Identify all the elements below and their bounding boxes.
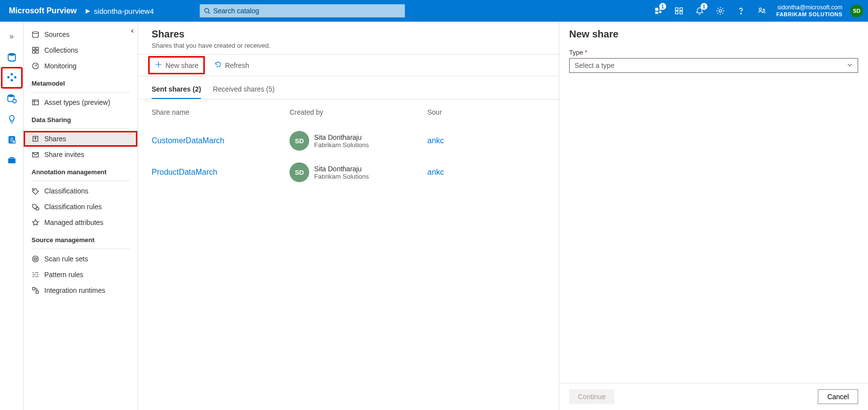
bell-icon[interactable]: 1 [690, 0, 709, 22]
col-created-by[interactable]: Created by [289, 108, 427, 116]
table-row: CustomerDataMarch SD Sita Dontharaju Fab… [152, 125, 545, 157]
brand-name[interactable]: Microsoft Purview [0, 6, 82, 15]
svg-rect-15 [8, 158, 15, 163]
collapse-sidebar-icon[interactable]: ‹‹ [131, 27, 132, 34]
cancel-button[interactable]: Cancel [818, 389, 858, 404]
sidebar-item-managed-attributes[interactable]: Managed attributes [24, 215, 137, 230]
creator-name: Sita Dontharaju [314, 133, 369, 141]
help-icon[interactable] [731, 0, 751, 22]
svg-rect-2 [675, 8, 678, 10]
left-rail: » [0, 22, 24, 410]
rail-policy-icon[interactable] [2, 130, 22, 150]
sidebar-label: Integration runtimes [44, 286, 105, 294]
shares-icon [32, 135, 39, 143]
avatar[interactable]: SD [850, 4, 863, 17]
filter-icon[interactable] [669, 0, 689, 22]
source-link[interactable]: ankc [427, 168, 444, 176]
select-placeholder: Select a type [575, 62, 614, 69]
creator-avatar: SD [289, 131, 309, 151]
svg-point-9 [763, 9, 765, 11]
header-icon-bar: 1 1 [648, 0, 773, 22]
col-share-name[interactable]: Share name [152, 108, 289, 116]
svg-point-29 [35, 259, 36, 259]
user-org: FABRIKAM SOLUTIONS [776, 11, 842, 18]
sidebar: ‹‹ Sources Collections Monitoring Metamo… [24, 22, 138, 410]
panel-title: New share [569, 29, 858, 40]
monitoring-icon [32, 62, 39, 70]
svg-rect-18 [36, 47, 38, 50]
sidebar-label: Pattern rules [44, 271, 83, 279]
svg-point-6 [719, 9, 721, 12]
sidebar-label: Share invites [44, 151, 84, 158]
scan-rule-sets-icon [32, 255, 39, 263]
sidebar-item-sources[interactable]: Sources [24, 27, 137, 42]
source-link[interactable]: ankc [427, 136, 444, 145]
bell-badge: 1 [701, 3, 707, 10]
rail-insights-icon[interactable] [2, 109, 22, 129]
chevron-down-icon [847, 62, 853, 69]
managed-attributes-icon [32, 219, 39, 226]
share-name-link[interactable]: CustomerDataMarch [152, 136, 225, 145]
sidebar-item-asset-types[interactable]: Asset types (preview) [24, 95, 137, 110]
sidebar-item-pattern-rules[interactable]: Pattern rules [24, 267, 137, 283]
user-block[interactable]: sidontha@microsoft.com FABRIKAM SOLUTION… [773, 4, 845, 18]
svg-rect-19 [32, 51, 35, 53]
creator-org: Fabrikam Solutions [314, 141, 369, 149]
pattern-rules-icon [32, 271, 39, 279]
gear-icon[interactable] [710, 0, 730, 22]
page-subtitle: Shares that you have created or received… [152, 42, 545, 49]
breadcrumb-account[interactable]: sidontha-purview4 [94, 7, 154, 15]
rail-data-catalog-icon[interactable] [2, 47, 22, 67]
creator-avatar: SD [289, 162, 309, 182]
svg-rect-17 [32, 47, 35, 50]
refresh-button[interactable]: Refresh [209, 58, 254, 73]
col-source[interactable]: Sour [427, 108, 545, 116]
new-share-label: New share [165, 62, 198, 69]
search-icon [204, 7, 210, 14]
type-select[interactable]: Select a type [569, 58, 858, 73]
refresh-icon [214, 61, 222, 70]
sidebar-item-classifications[interactable]: Classifications [24, 183, 137, 199]
rail-data-estate-icon[interactable] [2, 89, 22, 108]
creator-org: Fabrikam Solutions [314, 173, 369, 180]
svg-rect-4 [675, 11, 678, 14]
sidebar-item-shares[interactable]: Shares [24, 131, 137, 147]
directory-icon[interactable]: 1 [648, 0, 668, 22]
continue-button[interactable]: Continue [569, 389, 614, 404]
new-share-button[interactable]: New share [150, 58, 203, 73]
plus-icon [155, 61, 162, 70]
share-invites-icon [32, 151, 39, 158]
required-indicator: * [585, 49, 587, 56]
svg-point-7 [740, 13, 741, 14]
sidebar-label: Sources [44, 31, 69, 38]
tab-sent-shares[interactable]: Sent shares (2) [152, 80, 201, 99]
svg-point-8 [759, 8, 762, 10]
svg-point-12 [12, 99, 16, 103]
rail-expand[interactable]: » [2, 27, 22, 46]
classifications-icon [32, 187, 39, 195]
sidebar-item-integration-runtimes[interactable]: Integration runtimes [24, 283, 137, 298]
sidebar-label: Monitoring [44, 62, 76, 70]
collections-icon [32, 46, 39, 54]
sidebar-item-classification-rules[interactable]: Classification rules [24, 199, 137, 215]
sidebar-item-collections[interactable]: Collections [24, 42, 137, 58]
share-name-link[interactable]: ProductDataMarch [152, 168, 217, 176]
feedback-icon[interactable] [752, 0, 772, 22]
tab-received-shares[interactable]: Received shares (5) [213, 80, 274, 99]
breadcrumb-separator-icon: ▶ [86, 7, 90, 14]
search-input[interactable] [213, 7, 401, 15]
rail-data-map-icon[interactable] [2, 68, 22, 88]
svg-point-0 [204, 8, 208, 12]
table-header: Share name Created by Sour [152, 108, 545, 125]
integration-runtimes-icon [32, 286, 39, 294]
global-header: Microsoft Purview ▶ sidontha-purview4 1 … [0, 0, 868, 22]
sidebar-label: Scan rule sets [44, 255, 88, 263]
sidebar-item-share-invites[interactable]: Share invites [24, 147, 137, 162]
sidebar-item-monitoring[interactable]: Monitoring [24, 58, 137, 74]
rail-management-icon[interactable] [2, 151, 22, 170]
sources-icon [32, 31, 39, 38]
sidebar-item-scan-rule-sets[interactable]: Scan rule sets [24, 251, 137, 267]
search-bar[interactable] [199, 4, 405, 18]
refresh-label: Refresh [225, 62, 249, 69]
sidebar-label: Collections [44, 46, 78, 54]
